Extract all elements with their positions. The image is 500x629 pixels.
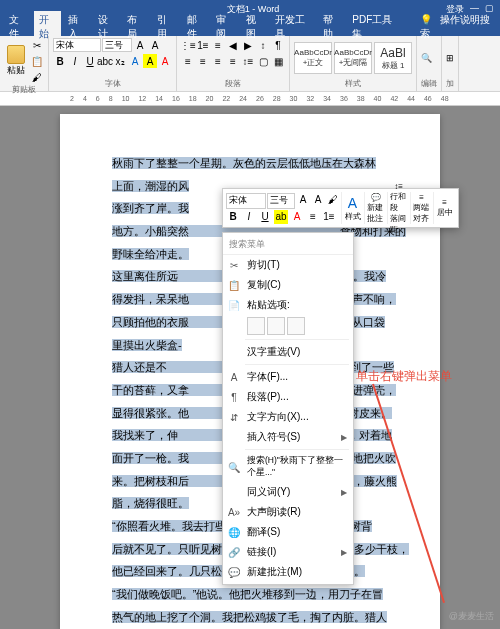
bold-button[interactable]: B xyxy=(53,54,67,68)
copy-icon[interactable]: 📋 xyxy=(30,54,44,68)
style-normal[interactable]: AaBbCcDr+正文 xyxy=(294,42,332,74)
font-name-select[interactable] xyxy=(53,38,101,52)
paste-icon: 📄 xyxy=(227,298,241,312)
style-heading1[interactable]: AaBl标题 1 xyxy=(374,42,412,74)
link-icon: 🔗 xyxy=(227,545,241,559)
shrink-font-icon[interactable]: A xyxy=(148,38,162,52)
search-icon: 🔍 xyxy=(227,460,241,474)
shading-button[interactable]: ▢ xyxy=(256,54,270,68)
style-nospacing[interactable]: AaBbCcDr+无间隔 xyxy=(334,42,372,74)
paste-keep-source[interactable] xyxy=(247,317,265,335)
highlight-button[interactable]: A xyxy=(143,54,157,68)
ribbon-paragraph: ⋮≡ 1≡ ≡ ◀ ▶ ↕ ¶ ≡ ≡ ≡ ≡ ↕≡ ▢ ▦ 段落 xyxy=(177,36,290,91)
cut-icon[interactable]: ✂ xyxy=(30,38,44,52)
context-menu: 搜索菜单 ✂剪切(T) 📋复制(C) 📄粘贴选项: 汉字重选(V) A字体(F)… xyxy=(222,232,354,585)
mini-highlight[interactable]: ab xyxy=(274,210,288,224)
mini-format-painter[interactable]: 🖌 xyxy=(326,193,340,207)
ribbon-styles: AaBbCcDr+正文 AaBbCcDr+无间隔 AaBl标题 1 样式 xyxy=(290,36,417,91)
format-painter-icon[interactable]: 🖌 xyxy=(30,70,44,84)
italic-button[interactable]: I xyxy=(68,54,82,68)
ctx-paste-options xyxy=(223,315,353,337)
mini-font-name[interactable] xyxy=(226,193,266,209)
borders-button[interactable]: ▦ xyxy=(271,54,285,68)
copy-icon: 📋 xyxy=(227,278,241,292)
comment-icon: 💬 xyxy=(227,565,241,579)
ribbon-font: A A B I U abc x₂ A A A 字体 xyxy=(49,36,177,91)
grow-font-icon[interactable]: A xyxy=(133,38,147,52)
mini-grow-font[interactable]: A xyxy=(296,193,310,207)
justify-button[interactable]: ≡ xyxy=(226,54,240,68)
ruler[interactable]: 2468101214161820222426283032343638404244… xyxy=(0,92,500,106)
line-spacing-button[interactable]: ↕≡ xyxy=(241,54,255,68)
ctx-font[interactable]: A字体(F)... xyxy=(223,367,353,387)
addins-button[interactable]: ⊞ xyxy=(446,53,454,63)
fontcolor-button[interactable]: A xyxy=(158,54,172,68)
paste-text-only[interactable] xyxy=(287,317,305,335)
mini-underline[interactable]: U xyxy=(258,210,272,224)
ctx-copy[interactable]: 📋复制(C) xyxy=(223,275,353,295)
mini-bullets[interactable]: ≡ xyxy=(306,210,320,224)
mini-numbering[interactable]: 1≡ xyxy=(322,210,336,224)
selection: 秋雨下了整整一个星期。灰色的云层低低地压在大森林 xyxy=(112,157,376,169)
align-left-button[interactable]: ≡ xyxy=(181,54,195,68)
sort-button[interactable]: ↕ xyxy=(256,38,270,52)
ctx-paste-label: 📄粘贴选项: xyxy=(223,295,353,315)
multilevel-button[interactable]: ≡ xyxy=(211,38,225,52)
numbering-button[interactable]: 1≡ xyxy=(196,38,210,52)
scissors-icon: ✂ xyxy=(227,258,241,272)
ctx-cut[interactable]: ✂剪切(T) xyxy=(223,255,353,275)
ctx-symbol[interactable]: 插入符号(S)▶ xyxy=(223,427,353,447)
paste-merge[interactable] xyxy=(267,317,285,335)
ctx-synonym[interactable]: 同义词(Y)▶ xyxy=(223,482,353,502)
mini-italic[interactable]: I xyxy=(242,210,256,224)
font-icon: A xyxy=(227,370,241,384)
speaker-icon: A» xyxy=(227,505,241,519)
paragraph-icon: ¶ xyxy=(227,390,241,404)
translate-icon: 🌐 xyxy=(227,525,241,539)
show-marks-button[interactable]: ¶ xyxy=(271,38,285,52)
ctx-search[interactable]: 搜索菜单 xyxy=(223,235,353,255)
ctx-textdir[interactable]: ⇵文字方向(X)... xyxy=(223,407,353,427)
ctx-link[interactable]: 🔗链接(I)▶ xyxy=(223,542,353,562)
bullets-button[interactable]: ⋮≡ xyxy=(181,38,195,52)
mini-line-spacing[interactable]: ↕≡行和段 落间距 xyxy=(387,192,409,224)
font-size-select[interactable] xyxy=(102,38,132,52)
paste-button[interactable]: 粘贴 xyxy=(4,45,28,77)
mini-center[interactable]: ≡居中 xyxy=(433,192,455,224)
underline-button[interactable]: U xyxy=(83,54,97,68)
ctx-search-sel[interactable]: 🔍搜索(H)"秋雨下了整整一个星..." xyxy=(223,452,353,482)
textdir-icon: ⇵ xyxy=(227,410,241,424)
subscript-button[interactable]: x₂ xyxy=(113,54,127,68)
mini-font-size[interactable] xyxy=(267,193,295,209)
ctx-paragraph[interactable]: ¶段落(P)... xyxy=(223,387,353,407)
menubar: 文件 开始 插入 设计 布局 引用 邮件 审阅 视图 开发工具 帮助 PDF工具… xyxy=(0,18,500,36)
ctx-read[interactable]: A»大声朗读(R) xyxy=(223,502,353,522)
ribbon-addins: ⊞ 加 xyxy=(442,36,459,91)
mini-new-comment[interactable]: 💬新建 批注 xyxy=(364,192,386,224)
mini-shrink-font[interactable]: A xyxy=(311,193,325,207)
texteffect-button[interactable]: A xyxy=(128,54,142,68)
ctx-cn-reconv[interactable]: 汉字重选(V) xyxy=(223,342,353,362)
ribbon: 粘贴 ✂ 📋 🖌 剪贴板 A A B I U abc x₂ A xyxy=(0,36,500,92)
ribbon-clipboard: 粘贴 ✂ 📋 🖌 剪贴板 xyxy=(0,36,49,91)
mini-bold[interactable]: B xyxy=(226,210,240,224)
ctx-new-comment[interactable]: 💬新建批注(M) xyxy=(223,562,353,582)
mini-justify[interactable]: ≡两端对齐 xyxy=(410,192,432,224)
ctx-translate[interactable]: 🌐翻译(S) xyxy=(223,522,353,542)
strike-button[interactable]: abc xyxy=(98,54,112,68)
mini-style[interactable]: A样式 xyxy=(341,192,363,224)
find-button[interactable]: 🔍 xyxy=(421,53,432,63)
indent-dec-button[interactable]: ◀ xyxy=(226,38,240,52)
annotation-text: 单击右键弹出菜单 xyxy=(356,368,452,385)
align-center-button[interactable]: ≡ xyxy=(196,54,210,68)
watermark: @麦麦生活 xyxy=(449,610,494,623)
align-right-button[interactable]: ≡ xyxy=(211,54,225,68)
mini-toolbar: A A 🖌 B I U ab A ≡ 1≡ A样式 💬新建 批注 ↕≡行和段 落… xyxy=(222,188,459,228)
ribbon-editing: 🔍 编辑 xyxy=(417,36,442,91)
indent-inc-button[interactable]: ▶ xyxy=(241,38,255,52)
mini-fontcolor[interactable]: A xyxy=(290,210,304,224)
